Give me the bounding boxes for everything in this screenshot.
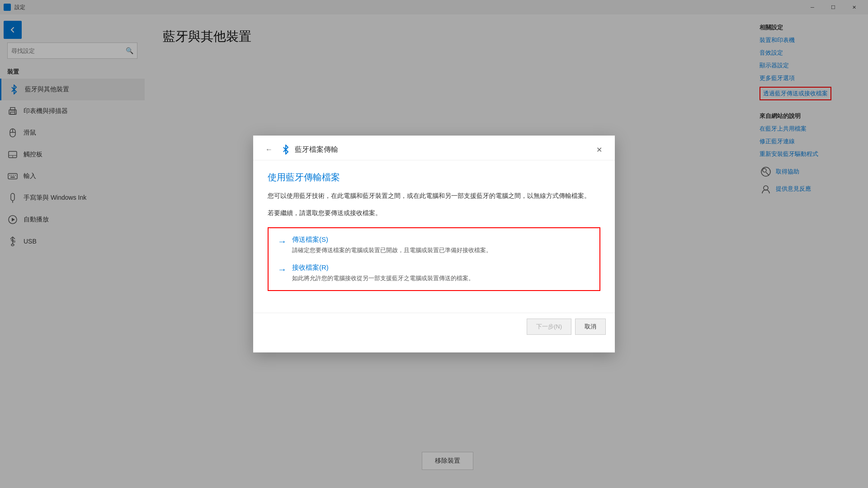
receive-arrow-icon: → <box>278 264 287 275</box>
modal-description: 您可以使用藍牙技術，在此電腦和藍牙裝置之間，或在此電腦和另一部支援藍牙的電腦之間… <box>268 191 600 201</box>
send-option-title: 傳送檔案(S) <box>292 235 492 244</box>
receive-option-desc: 如此將允許您的電腦接收從另一部支援藍牙之電腦或裝置傳送的檔案。 <box>292 274 474 283</box>
send-files-option[interactable]: → 傳送檔案(S) 請確定您要傳送檔案的電腦或裝置已開啟，且電腦或裝置已準備好接… <box>278 235 590 255</box>
modal-bluetooth-icon <box>280 144 291 155</box>
bluetooth-file-transfer-modal: ← 藍牙檔案傳輸 ✕ 使用藍牙傳輸檔案 您可以使用藍牙技術，在此電腦和藍牙裝置之… <box>253 136 615 352</box>
modal-section-title: 使用藍牙傳輸檔案 <box>268 171 600 183</box>
send-option-desc: 請確定您要傳送檔案的電腦或裝置已開啟，且電腦或裝置已準備好接收檔案。 <box>292 246 492 255</box>
modal-instruction: 若要繼續，請選取您要傳送或接收檔案。 <box>268 208 600 218</box>
cancel-button[interactable]: 取消 <box>575 319 606 335</box>
modal-close-button[interactable]: ✕ <box>592 143 606 156</box>
modal-header: ← 藍牙檔案傳輸 ✕ <box>253 136 615 160</box>
receive-option-content: 接收檔案(R) 如此將允許您的電腦接收從另一部支援藍牙之電腦或裝置傳送的檔案。 <box>292 263 474 283</box>
send-arrow-icon: → <box>278 236 287 247</box>
modal-footer: 下一步(N) 取消 <box>253 313 615 340</box>
modal-content: 使用藍牙傳輸檔案 您可以使用藍牙技術，在此電腦和藍牙裝置之間，或在此電腦和另一部… <box>253 160 615 313</box>
send-option-content: 傳送檔案(S) 請確定您要傳送檔案的電腦或裝置已開啟，且電腦或裝置已準備好接收檔… <box>292 235 492 255</box>
modal-options-box: → 傳送檔案(S) 請確定您要傳送檔案的電腦或裝置已開啟，且電腦或裝置已準備好接… <box>268 227 600 291</box>
modal-back-button[interactable]: ← <box>262 143 276 156</box>
next-button[interactable]: 下一步(N) <box>527 319 571 335</box>
modal-title: 藍牙檔案傳輸 <box>295 145 338 155</box>
receive-files-option[interactable]: → 接收檔案(R) 如此將允許您的電腦接收從另一部支援藍牙之電腦或裝置傳送的檔案… <box>278 263 590 283</box>
modal-overlay: ← 藍牙檔案傳輸 ✕ 使用藍牙傳輸檔案 您可以使用藍牙技術，在此電腦和藍牙裝置之… <box>0 0 868 488</box>
receive-option-title: 接收檔案(R) <box>292 263 474 272</box>
